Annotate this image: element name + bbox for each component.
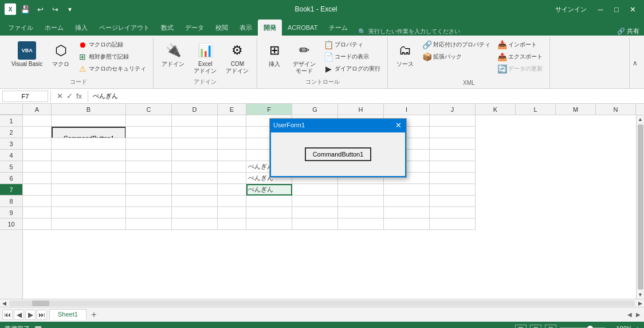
cell-a2[interactable] (23, 127, 52, 138)
zoom-minus[interactable]: − (609, 325, 612, 328)
cell-j10[interactable] (430, 218, 476, 230)
cell-e1[interactable] (218, 115, 246, 127)
col-header-f[interactable]: F (246, 104, 292, 115)
cell-b4[interactable] (52, 150, 126, 161)
vertical-scrollbar[interactable]: ▲ ▼ (636, 115, 644, 299)
cell-f10[interactable] (246, 218, 292, 230)
cell-d9[interactable] (172, 207, 218, 218)
cell-h10[interactable] (338, 218, 384, 230)
sheet-next-button[interactable]: ▶ (25, 310, 36, 320)
cell-d1[interactable] (172, 115, 218, 127)
row-header-3[interactable]: 3 (0, 138, 22, 150)
scroll-down-button[interactable]: ▼ (637, 291, 645, 299)
share-button[interactable]: 🔗共有 (612, 27, 644, 36)
visual-basic-button[interactable]: VBA Visual Basic (8, 39, 46, 70)
cell-e9[interactable] (218, 207, 246, 218)
cell-f8[interactable] (246, 196, 292, 207)
row-header-8[interactable]: 8 (0, 196, 22, 207)
cell-i9[interactable] (384, 207, 430, 218)
scroll-left-button[interactable]: ◀ (0, 299, 8, 307)
userform-close-button[interactable]: ✕ (394, 120, 403, 130)
sheet-first-button[interactable]: ⏮ (2, 310, 13, 320)
sheet-last-button[interactable]: ⏭ (37, 310, 47, 320)
save-button[interactable]: 💾 (18, 2, 32, 16)
cell-c2[interactable] (126, 127, 172, 138)
source-button[interactable]: 🗂 ソース (392, 39, 418, 70)
cell-d3[interactable] (172, 138, 218, 150)
row-header-1[interactable]: 1 (0, 115, 22, 127)
cell-c8[interactable] (126, 196, 172, 207)
cell-a10[interactable] (23, 218, 52, 230)
cell-d8[interactable] (172, 196, 218, 207)
row-header-4[interactable]: 4 (0, 150, 22, 161)
cell-c6[interactable] (126, 173, 172, 184)
cell-j4[interactable] (430, 150, 476, 161)
refresh-data-button[interactable]: 🔄 データの更新 (495, 63, 545, 75)
cell-g10[interactable] (292, 218, 338, 230)
cell-e3[interactable] (218, 138, 246, 150)
col-header-e[interactable]: E (218, 104, 246, 115)
page-layout-view-icon[interactable]: ⊞ (530, 325, 541, 328)
col-header-a[interactable]: A (23, 104, 52, 115)
undo-button[interactable]: ↩ (33, 2, 47, 16)
scroll-up-button[interactable]: ▲ (637, 115, 645, 123)
col-header-d[interactable]: D (172, 104, 218, 115)
col-header-n[interactable]: N (596, 104, 636, 115)
page-break-view-icon[interactable]: ⊟ (545, 325, 556, 328)
tab-review[interactable]: 校閲 (210, 19, 234, 36)
tab-team[interactable]: チーム (323, 19, 354, 36)
tab-view[interactable]: 表示 (234, 19, 258, 36)
cell-d10[interactable] (172, 218, 218, 230)
tab-formulas[interactable]: 数式 (155, 19, 179, 36)
search-placeholder[interactable]: 実行したい作業を入力してください (368, 28, 460, 36)
ribbon-collapse-button[interactable]: ∧ (629, 38, 641, 88)
cell-a5[interactable] (23, 161, 52, 173)
insert-control-button[interactable]: ⊞ 挿入 (262, 39, 287, 70)
scroll-track[interactable] (9, 300, 635, 306)
cell-a7[interactable] (23, 184, 52, 196)
cell-c1[interactable] (126, 115, 172, 127)
cell-j5[interactable] (430, 161, 476, 173)
col-header-b[interactable]: B (52, 104, 126, 115)
cell-b6[interactable] (52, 173, 126, 184)
cell-h8[interactable] (338, 196, 384, 207)
col-header-k[interactable]: K (476, 104, 516, 115)
insert-function-icon[interactable]: fx (75, 91, 83, 101)
cell-a3[interactable] (23, 138, 52, 150)
tab-page-layout[interactable]: ページレイアウト (93, 19, 155, 36)
cell-d5[interactable] (172, 161, 218, 173)
zoom-thumb[interactable] (587, 326, 593, 328)
cell-h7[interactable] (338, 184, 384, 196)
col-header-g[interactable]: G (292, 104, 338, 115)
cell-e2[interactable] (218, 127, 246, 138)
col-header-i[interactable]: I (384, 104, 430, 115)
cell-c9[interactable] (126, 207, 172, 218)
cell-j1[interactable] (430, 115, 476, 127)
scroll-thumb[interactable] (638, 124, 643, 290)
cell-f9[interactable] (246, 207, 292, 218)
map-properties-button[interactable]: 🔗 対応付けのプロパティ (420, 39, 493, 50)
cell-j8[interactable] (430, 196, 476, 207)
relative-ref-button[interactable]: ⊞ 相対参照で記録 (76, 51, 148, 63)
add-sheet-button[interactable]: + (88, 309, 100, 321)
restore-button[interactable]: □ (610, 2, 623, 16)
scroll-right-button[interactable]: ▶ (636, 299, 644, 307)
cell-reference-input[interactable] (2, 91, 48, 102)
cell-c3[interactable] (126, 138, 172, 150)
col-header-l[interactable]: L (516, 104, 556, 115)
view-code-button[interactable]: 📄 コードの表示 (321, 51, 383, 63)
cell-g7[interactable] (292, 184, 338, 196)
zoom-plus[interactable]: + (636, 325, 639, 328)
cell-a6[interactable] (23, 173, 52, 184)
cell-a4[interactable] (23, 150, 52, 161)
cell-i7[interactable] (384, 184, 430, 196)
export-button[interactable]: 📤 エクスポート (495, 51, 545, 63)
cell-i8[interactable] (384, 196, 430, 207)
cell-j7[interactable] (430, 184, 476, 196)
sheet-scroll-right[interactable]: ▶ (635, 310, 642, 319)
cell-g8[interactable] (292, 196, 338, 207)
cell-g9[interactable] (292, 207, 338, 218)
cell-c10[interactable] (126, 218, 172, 230)
cell-d4[interactable] (172, 150, 218, 161)
row-header-5[interactable]: 5 (0, 161, 22, 173)
